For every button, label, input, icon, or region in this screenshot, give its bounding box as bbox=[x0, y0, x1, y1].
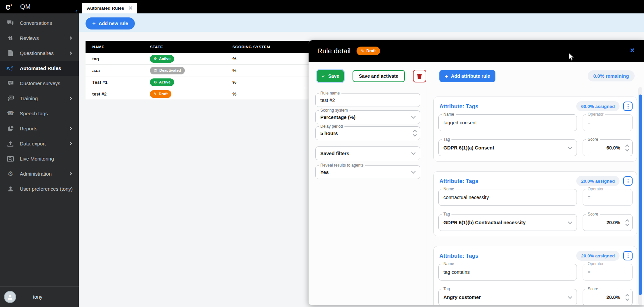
delay-period-stepper[interactable]: Delay period 5 hours bbox=[315, 126, 420, 140]
add-new-rule-button[interactable]: + Add new rule bbox=[86, 17, 135, 29]
status-badge-deactivated: Deactivated bbox=[150, 67, 185, 74]
add-attribute-rule-button[interactable]: + Add attribute rule bbox=[439, 70, 496, 82]
rule-name-cell: test #2 bbox=[86, 91, 143, 97]
rule-name-field[interactable]: Rule name test #2 bbox=[315, 93, 420, 107]
chevron-down-icon bbox=[625, 297, 629, 301]
chevron-right-icon bbox=[69, 127, 72, 130]
sidebar-item-speech-tags[interactable]: ☎ Speech tags bbox=[0, 106, 79, 121]
attribute-card-title: Attribute: Tags bbox=[439, 253, 576, 259]
tag-select[interactable]: Tag Angry customer bbox=[438, 289, 577, 305]
attribute-card: Attribute: Tags 20.0% assigned Name cont… bbox=[433, 171, 637, 236]
pie-chart-icon bbox=[6, 125, 15, 132]
automated-rules-icon: A✕✓ bbox=[6, 65, 15, 72]
trash-icon bbox=[417, 73, 422, 79]
sidebar: e› QM ‹ Conversations Reviews bbox=[0, 0, 79, 307]
sidebar-item-live-monitoring[interactable]: Live Monitoring bbox=[0, 151, 79, 166]
sidebar-header: e› QM ‹ bbox=[0, 0, 79, 13]
arrows-updown-icon bbox=[6, 35, 15, 42]
sidebar-item-customer-surveys[interactable]: Customer surveys bbox=[0, 76, 79, 91]
panel-scrollbar-track[interactable] bbox=[638, 87, 642, 305]
close-icon[interactable]: ✕ bbox=[128, 5, 133, 11]
plus-icon: + bbox=[92, 21, 96, 26]
status-badge-draft: ✎ Draft bbox=[150, 90, 171, 98]
stepper-arrows[interactable] bbox=[626, 289, 629, 305]
tab-bar: Automated Rules ✕ bbox=[79, 0, 644, 13]
sidebar-item-training[interactable]: Training bbox=[0, 91, 79, 106]
card-menu-button[interactable] bbox=[623, 176, 633, 186]
sidebar-item-user-preferences[interactable]: User preferences (tony) bbox=[0, 181, 79, 196]
user-name: tony bbox=[33, 294, 42, 300]
attribute-card-title: Attribute: Tags bbox=[439, 103, 576, 110]
stepper-arrows[interactable] bbox=[414, 127, 416, 140]
attribute-name-field[interactable]: Name tagged consent bbox=[438, 114, 577, 131]
operator-field: Operator = bbox=[583, 189, 633, 206]
sidebar-item-questionnaires[interactable]: Questionnaires bbox=[0, 46, 79, 61]
gear-icon: ⚙ bbox=[6, 170, 15, 178]
rule-form: Rule name test #2 Scoring system Percent… bbox=[315, 93, 420, 179]
sidebar-item-reviews[interactable]: Reviews bbox=[0, 30, 79, 46]
chevron-down-icon bbox=[411, 169, 416, 174]
sidebar-item-administration[interactable]: ⚙ Administration bbox=[0, 166, 79, 181]
chevron-right-icon bbox=[69, 97, 72, 100]
assigned-percentage-chip: 60.0% assigned bbox=[576, 101, 620, 111]
phone-icon: ☎ bbox=[6, 110, 15, 117]
card-menu-button[interactable] bbox=[623, 102, 633, 111]
column-header-state: STATE bbox=[143, 45, 226, 49]
draft-status-badge: ✎ Draft bbox=[357, 47, 380, 55]
sidebar-collapse-icon[interactable]: ‹ bbox=[75, 8, 77, 14]
chevron-right-icon bbox=[69, 142, 72, 145]
gear-icon: ⚙ bbox=[154, 80, 157, 84]
sidebar-item-conversations[interactable]: Conversations bbox=[0, 15, 79, 30]
saved-filters-select[interactable]: Saved filters bbox=[315, 146, 420, 160]
close-panel-icon[interactable]: × bbox=[630, 46, 635, 56]
sidebar-user-footer[interactable]: tony bbox=[0, 286, 79, 307]
plus-icon: + bbox=[445, 73, 448, 79]
panel-header: Rule detail ✎ Draft × bbox=[309, 40, 644, 62]
card-menu-button[interactable] bbox=[623, 251, 633, 260]
person-icon bbox=[6, 185, 15, 193]
panel-scrollbar-thumb[interactable] bbox=[639, 95, 642, 295]
status-badge-active: ⚙ Active bbox=[150, 78, 174, 86]
tag-select[interactable]: Tag GDPR 6(1)(b) Contractual necessity bbox=[438, 214, 577, 231]
sidebar-item-data-export[interactable]: Data export bbox=[0, 136, 79, 151]
check-icon: ✓ bbox=[322, 73, 326, 79]
sidebar-nav: Conversations Reviews Questionnaires A✕✓ bbox=[0, 13, 79, 196]
chevron-down-icon bbox=[568, 145, 572, 149]
sidebar-item-reports[interactable]: Reports bbox=[0, 121, 79, 136]
operator-field: Operator = bbox=[583, 264, 633, 281]
attribute-name-field[interactable]: Name tag contains bbox=[438, 264, 577, 281]
pencil-icon: ✎ bbox=[154, 92, 157, 96]
rule-name-cell: tag bbox=[86, 56, 143, 61]
save-button[interactable]: ✓ Save bbox=[317, 70, 344, 82]
chevron-right-icon bbox=[69, 37, 72, 40]
scoring-system-select[interactable]: Scoring system Percentage (%) bbox=[315, 110, 420, 124]
svg-text:✓: ✓ bbox=[10, 69, 13, 72]
kebab-menu-icon bbox=[628, 253, 629, 254]
stepper-arrows[interactable] bbox=[626, 140, 629, 156]
chevron-down-icon bbox=[625, 147, 629, 151]
score-stepper[interactable]: Score 20.0% bbox=[583, 289, 633, 305]
stepper-arrows[interactable] bbox=[626, 214, 629, 231]
chevron-right-icon bbox=[69, 52, 72, 55]
brand-logo[interactable]: e› bbox=[5, 2, 12, 11]
chat-icon bbox=[6, 19, 15, 27]
remaining-percentage-chip: 0.0% remaining bbox=[588, 70, 635, 81]
reveal-results-select[interactable]: Reveal results to agents Yes bbox=[315, 165, 420, 179]
tab-automated-rules[interactable]: Automated Rules ✕ bbox=[82, 3, 137, 13]
chevron-right-icon bbox=[69, 172, 72, 176]
attribute-cards-list: Attribute: Tags 60.0% assigned Name tagg… bbox=[433, 97, 637, 305]
delete-rule-button[interactable] bbox=[413, 70, 426, 82]
toolbar: + Add new rule bbox=[79, 13, 644, 32]
attribute-card: Attribute: Tags 60.0% assigned Name tagg… bbox=[433, 97, 637, 162]
score-stepper[interactable]: Score 20.0% bbox=[583, 214, 633, 231]
score-stepper[interactable]: Score 60.0% bbox=[583, 139, 633, 156]
attribute-name-field[interactable]: Name contractual necessity bbox=[438, 189, 577, 206]
kebab-menu-icon bbox=[628, 104, 629, 105]
sidebar-item-automated-rules[interactable]: A✕✓ Automated Rules bbox=[0, 61, 79, 76]
tag-select[interactable]: Tag GDPR 6(1)(a) Consent bbox=[438, 139, 577, 156]
power-icon bbox=[154, 69, 157, 72]
app-title: QM bbox=[20, 3, 31, 10]
save-and-activate-button[interactable]: Save and activate bbox=[353, 70, 405, 82]
column-header-name: NAME bbox=[86, 45, 143, 49]
upload-icon bbox=[6, 140, 15, 147]
